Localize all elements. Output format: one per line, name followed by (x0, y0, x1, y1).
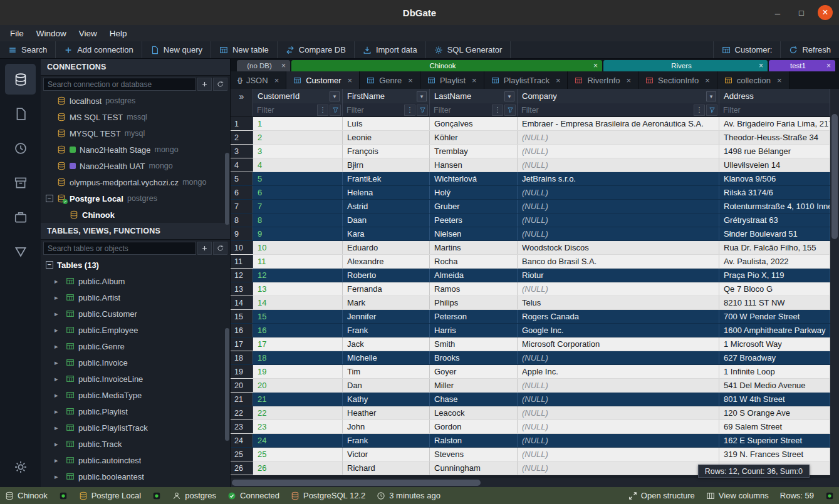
table-row[interactable]: 55FrantiŁekWichterlováJetBrains s.r.o.Kl… (231, 172, 830, 186)
toolbar-refresh-button[interactable]: Refresh (780, 41, 839, 58)
sidebar-item-saved-files[interactable] (5, 98, 36, 129)
close-icon[interactable]: × (593, 61, 598, 70)
tab-sectioninfo[interactable]: SectionInfo× (638, 71, 717, 89)
cell-customerid[interactable]: 20 (253, 379, 343, 392)
cell-address[interactable]: 120 S Orange Ave (719, 406, 830, 419)
sidebar-item-history[interactable] (5, 133, 36, 163)
table-row[interactable]: 11LuísGonçalvesEmbraer - Empresa Brasile… (231, 117, 830, 131)
column-header-lastname[interactable]: LastName▾ (430, 89, 518, 103)
chevron-right-icon[interactable]: ▸ (55, 310, 62, 318)
row-number[interactable]: 21 (231, 393, 253, 406)
cell-customerid[interactable]: 6 (253, 186, 343, 199)
close-icon[interactable]: × (281, 61, 286, 70)
cell-lastname[interactable]: Harris (430, 324, 518, 337)
table-item-public-mediatype[interactable]: ▸public.MediaType (41, 387, 230, 403)
table-row[interactable]: 1111AlexandreRochaBanco do Brasil S.A.Av… (231, 255, 830, 269)
chevron-right-icon[interactable]: ▸ (55, 456, 62, 465)
chevron-down-icon[interactable]: ▾ (417, 91, 427, 101)
cell-lastname[interactable]: Chase (430, 393, 518, 406)
cell-customerid[interactable]: 1 (253, 117, 343, 130)
close-icon[interactable]: × (274, 76, 279, 85)
sidebar-item-closed-tabs[interactable] (5, 167, 36, 198)
table-row[interactable]: 2121KathyChase(NULL)801 W 4th Street (231, 393, 830, 406)
cell-lastname[interactable]: Peterson (430, 310, 518, 323)
table-item-public-album[interactable]: ▸public.Album (41, 273, 230, 289)
column-header-company[interactable]: Company▾ (518, 89, 719, 103)
column-header-address[interactable]: Address (719, 89, 830, 103)
toolbar-new-query-button[interactable]: New query (142, 41, 211, 58)
toolbar-import-data-button[interactable]: Import data (355, 41, 426, 58)
cell-address[interactable]: 541 Del Medio Avenue (719, 379, 830, 392)
chevron-down-icon[interactable]: ▾ (330, 91, 340, 101)
table-row[interactable]: 2020DanMiller(NULL)541 Del Medio Avenue (231, 379, 830, 393)
table-item-public-playlist[interactable]: ▸public.Playlist (41, 403, 230, 419)
cell-firstname[interactable]: Leonie (343, 131, 430, 144)
cell-customerid[interactable]: 14 (253, 296, 343, 309)
filter-input-address[interactable] (719, 103, 828, 116)
table-row[interactable]: 77AstridGruber(NULL)Rotenturmstraße 4, 1… (231, 200, 830, 213)
cell-customerid[interactable]: 23 (253, 420, 343, 433)
connection-item-nano2health-uat[interactable]: Nano2Health UATmongo (41, 158, 230, 174)
cell-company[interactable]: (NULL) (518, 406, 719, 419)
toolbar-sql-generator-button[interactable]: SQL Generator (426, 41, 511, 58)
filter-input-customerid[interactable] (253, 103, 316, 116)
table-row[interactable]: 1313FernandaRamos(NULL)Qe 7 Bloco G (231, 282, 830, 296)
table-row[interactable]: 33FrançoisTremblay(NULL)1498 rue Bélange… (231, 145, 830, 158)
chevron-right-icon[interactable]: ▸ (55, 277, 62, 285)
cell-customerid[interactable]: 11 (253, 255, 343, 268)
sidebar-item-settings[interactable] (5, 451, 36, 482)
cell-address[interactable]: Praça Pio X, 119 (719, 269, 830, 282)
connections-search-input[interactable] (43, 78, 196, 91)
table-item-public-track[interactable]: ▸public.Track (41, 436, 230, 452)
row-number[interactable]: 3 (231, 145, 253, 158)
cell-firstname[interactable]: Daan (343, 213, 430, 227)
close-icon[interactable]: × (472, 76, 477, 85)
connection-item-postgre-local[interactable]: −Postgre Localpostgres (41, 190, 230, 207)
tab-playlisttrack[interactable]: PlaylistTrack× (484, 71, 568, 89)
collapse-columns-button[interactable]: » (231, 89, 253, 103)
row-number[interactable]: 23 (231, 420, 253, 433)
close-icon[interactable]: × (348, 76, 353, 85)
toolbar-compare-db-button[interactable]: Compare DB (278, 41, 355, 58)
tab-customer[interactable]: Customer× (286, 71, 360, 89)
table-row[interactable]: 99KaraNielsen(NULL)Słnder Boulevard 51 (231, 227, 830, 241)
table-row[interactable]: 1414MarkPhilipsTelus8210 111 ST NW (231, 296, 830, 310)
collapse-icon[interactable]: − (46, 261, 53, 269)
table-row[interactable]: 2424FrankRalston(NULL)162 E Superior Str… (231, 434, 830, 448)
row-number[interactable]: 19 (231, 365, 253, 378)
cell-firstname[interactable]: Helena (343, 186, 430, 199)
collapse-icon[interactable]: − (46, 195, 53, 202)
table-item-public-genre[interactable]: ▸public.Genre (41, 338, 230, 354)
row-number[interactable]: 22 (231, 406, 253, 419)
tab-playlist[interactable]: Playlist× (420, 71, 484, 89)
cell-firstname[interactable]: Kara (343, 227, 430, 240)
cell-company[interactable]: (NULL) (518, 282, 719, 296)
cell-company[interactable]: (NULL) (518, 186, 719, 199)
cell-company[interactable]: (NULL) (518, 227, 719, 240)
refresh-tables-button[interactable] (213, 242, 227, 255)
cell-company[interactable]: (NULL) (518, 393, 719, 406)
add-connection-icon-button[interactable] (197, 78, 212, 91)
chevron-right-icon[interactable]: ▸ (55, 294, 62, 302)
cell-company[interactable]: Banco do Brasil S.A. (518, 255, 719, 268)
cell-address[interactable]: 69 Salem Street (719, 420, 830, 433)
row-number[interactable]: 16 (231, 324, 253, 337)
table-row[interactable]: 88DaanPeeters(NULL)Grétrystraat 63 (231, 213, 830, 227)
row-number[interactable]: 20 (231, 379, 253, 392)
cell-company[interactable]: (NULL) (518, 461, 719, 475)
cell-address[interactable]: 319 N. Frances Street (719, 448, 830, 461)
table-row[interactable]: 44BjłrnHansen(NULL)Ullevłlsveien 14 (231, 158, 830, 172)
sidebar-item-connections[interactable] (5, 64, 36, 95)
cell-lastname[interactable]: Smith (430, 337, 518, 351)
cell-lastname[interactable]: Gordon (430, 420, 518, 433)
tables-scrollbar[interactable] (225, 328, 229, 441)
filter-menu-icon[interactable]: ⋮ (404, 105, 415, 116)
cell-customerid[interactable]: 10 (253, 241, 343, 254)
cell-lastname[interactable]: Peeters (430, 213, 518, 227)
row-number[interactable]: 13 (231, 282, 253, 296)
filter-menu-icon[interactable]: ⋮ (317, 105, 328, 116)
close-icon[interactable]: × (627, 76, 632, 85)
cell-company[interactable]: (NULL) (518, 158, 719, 172)
table-row[interactable]: 1010EduardoMartinsWoodstock DiscosRua Dr… (231, 241, 830, 255)
cell-lastname[interactable]: Wichterlová (430, 172, 518, 185)
